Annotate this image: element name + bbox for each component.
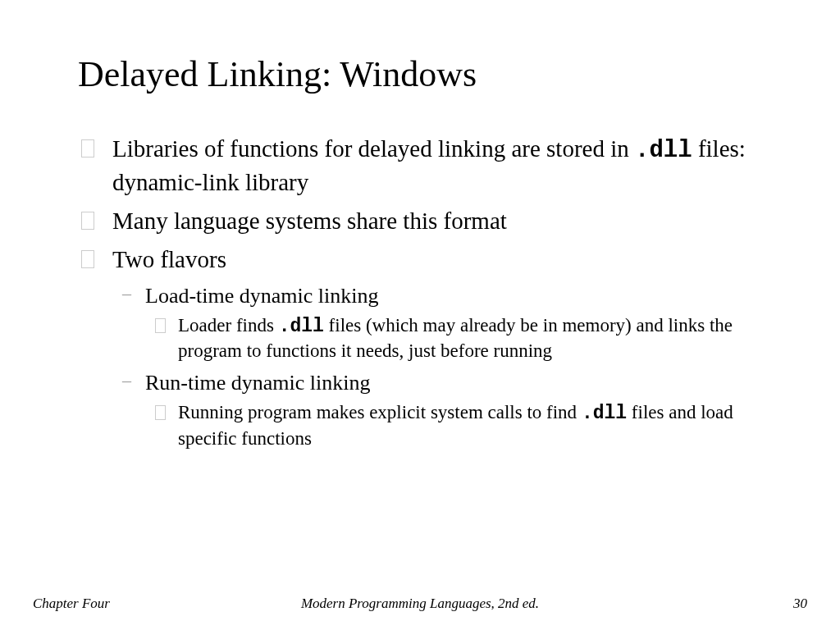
sub-bullet-text: Run-time dynamic linking <box>145 371 370 395</box>
bullet-text: Two flavors <box>112 246 226 272</box>
sub-bullet-list: Load-time dynamic linking Loader finds .… <box>112 281 762 452</box>
bullet-item: Many language systems share this format <box>78 205 762 237</box>
bullet-text: Many language systems share this format <box>112 208 507 234</box>
footer-book-title: Modern Programming Languages, 2nd ed. <box>0 596 840 612</box>
code-text: .dll <box>582 403 627 424</box>
sub-bullet-item: Run-time dynamic linking Running program… <box>112 368 762 451</box>
sub-sub-bullet-list: Loader finds .dll files (which may alrea… <box>145 313 762 364</box>
slide-title: Delayed Linking: Windows <box>78 53 762 95</box>
sub-bullet-text: Load-time dynamic linking <box>145 284 379 308</box>
code-text: .dll <box>279 316 324 337</box>
code-text: .dll <box>635 137 692 164</box>
sub-sub-bullet-item: Running program makes explicit system ca… <box>145 400 762 451</box>
slide-footer: Chapter Four Modern Programming Language… <box>0 596 840 612</box>
footer-page-number: 30 <box>793 596 807 612</box>
bullet-item: Two flavors Load-time dynamic linking Lo… <box>78 244 762 451</box>
footer-chapter: Chapter Four <box>33 596 110 612</box>
sub-sub-bullet-text: Loader finds <box>178 315 279 336</box>
sub-sub-bullet-item: Loader finds .dll files (which may alrea… <box>145 313 762 364</box>
bullet-item: Libraries of functions for delayed linki… <box>78 133 762 199</box>
bullet-text: Libraries of functions for delayed linki… <box>112 135 635 162</box>
bullet-list: Libraries of functions for delayed linki… <box>78 133 762 451</box>
sub-bullet-item: Load-time dynamic linking Loader finds .… <box>112 281 762 364</box>
slide: Delayed Linking: Windows Libraries of fu… <box>0 0 840 630</box>
sub-sub-bullet-text: Running program makes explicit system ca… <box>178 402 582 422</box>
sub-sub-bullet-list: Running program makes explicit system ca… <box>145 400 762 451</box>
